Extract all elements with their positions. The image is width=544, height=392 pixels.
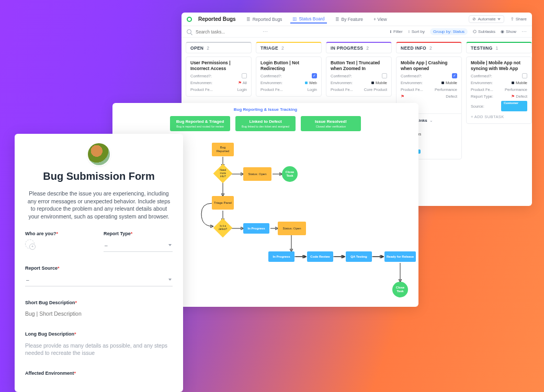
board-icon: ▥ — [292, 16, 297, 21]
form-description: Please describe the issue you are experi… — [27, 190, 171, 221]
kanban-card[interactable]: Mobile | Mobile App not syncing with Web… — [466, 56, 532, 124]
add-view-button[interactable]: + View — [371, 16, 389, 23]
search-input[interactable] — [196, 29, 258, 34]
sort-button[interactable]: ↕Sort by — [408, 29, 425, 34]
view-tab-by-feature[interactable]: ≣By Feature — [333, 16, 366, 23]
kanban-card[interactable]: User Permissions | Incorrect Access Conf… — [186, 56, 252, 97]
filter-button[interactable]: ⫾Filter — [390, 29, 403, 34]
show-button[interactable]: ◉Show — [501, 29, 516, 34]
card-title: Mobile App | Crashing when opened — [401, 60, 457, 71]
board-toolbar: Reported Bugs ≣Reported Bugs ▥Status Boa… — [182, 13, 532, 26]
long-description-input[interactable]: Please provide as many details as possib… — [25, 340, 173, 357]
search-icon — [187, 29, 191, 34]
label-report-type: Report Type* — [104, 231, 173, 236]
view-tab-reported-bugs[interactable]: ≣Reported Bugs — [244, 16, 285, 23]
chevron-down-icon — [497, 18, 501, 20]
node-decision-defect[interactable]: Is it a defect? — [213, 218, 233, 238]
card-title: User Permissions | Incorrect Access — [190, 60, 247, 71]
card-title: Mobile | Mobile App not syncing with Web… — [471, 60, 527, 71]
form-title: Bug Submission Form — [25, 170, 173, 182]
flag-icon: ⚑ — [401, 94, 404, 99]
label-report-source: Report Source* — [25, 266, 173, 271]
node-status-open-1[interactable]: Status: Open — [243, 167, 271, 181]
column-header[interactable]: NEED INFO2 — [396, 42, 462, 53]
view-tab-status-board[interactable]: ▥Status Board — [290, 15, 326, 24]
diagram-header-1: Bug Reported & TriagedBug is reported an… — [170, 116, 230, 131]
label-affected-env: Affected Environment* — [25, 371, 173, 376]
diagram-header-3: Issue Resolved!Closed after verification — [301, 116, 361, 131]
label-short-desc: Short Bug Description* — [25, 300, 173, 305]
board-title: Reported Bugs — [198, 16, 236, 22]
node-triage-panel[interactable]: Triage Panel — [212, 196, 234, 210]
node-decision-need-more[interactable]: Need more info? — [213, 164, 233, 183]
confirmed-checkbox[interactable] — [382, 73, 387, 78]
label-long-desc: Long Bug Description* — [25, 331, 173, 337]
diagram-header-2: Linked to DefectBug linked to dev ticket… — [235, 116, 296, 131]
sort-icon: ↕ — [408, 29, 410, 34]
node-pipeline-3[interactable]: Ready for Release — [384, 251, 416, 262]
subtasks-icon: ⌬ — [473, 29, 477, 34]
report-type-select[interactable]: – — [104, 239, 173, 252]
status-ring-icon — [187, 17, 192, 22]
filter-icon: ⫾ — [390, 29, 392, 34]
list-icon: ≣ — [246, 17, 251, 21]
automate-button[interactable]: ⊘Automate — [469, 15, 504, 23]
bolt-icon: ⊘ — [472, 17, 476, 21]
label-who-are-you: Who are you?* — [25, 231, 94, 236]
form-avatar — [88, 143, 110, 165]
kanban-card[interactable]: Button Text | Truncated when Zoomed In C… — [326, 56, 392, 97]
node-bug-reported[interactable]: Bug Reported — [212, 143, 234, 156]
kanban-card[interactable]: Login Button | Not Redirecting Confirmed… — [256, 56, 322, 97]
flag-icon: ⚑ — [511, 94, 515, 99]
diagram-title: Bug Reporting & Issue Tracking — [118, 107, 413, 112]
bug-submission-form-panel: Bug Submission Form Please describe the … — [15, 134, 183, 392]
node-in-progress[interactable]: In Progress — [243, 223, 269, 234]
confirmed-checkbox[interactable] — [242, 73, 247, 78]
node-pipeline-0[interactable]: In Progress — [268, 251, 294, 262]
short-description-input[interactable] — [25, 308, 173, 317]
column-header[interactable]: IN PROGRESS2 — [326, 42, 392, 53]
column-header[interactable]: TESTIING1 — [466, 42, 532, 53]
confirmed-checkbox[interactable]: ✓ — [312, 73, 317, 78]
confirmed-checkbox[interactable]: ✓ — [452, 73, 457, 78]
group-by-pill[interactable]: Group by: Status — [430, 28, 468, 35]
node-close-task-2[interactable]: Close Task — [392, 282, 408, 297]
flag-icon: ⚑ — [238, 80, 242, 85]
assignee-add-button[interactable] — [25, 239, 35, 249]
column-header[interactable]: TRIAGE2 — [256, 42, 322, 53]
add-subtask-button[interactable]: + ADD SUBTASK — [471, 114, 527, 119]
more-icon[interactable]: ⋯ — [263, 29, 268, 34]
share-icon: ⇪ — [511, 17, 514, 21]
card-title: Button Text | Truncated when Zoomed In — [331, 60, 387, 71]
tag-source: Customer — [501, 101, 527, 111]
report-source-select[interactable]: – — [25, 274, 173, 286]
card-title: Login Button | Not Redirecting — [260, 60, 317, 71]
diagram-headers: Bug Reported & TriagedBug is reported an… — [170, 116, 361, 131]
more-icon[interactable]: ⋯ — [522, 29, 527, 34]
node-pipeline-2[interactable]: QA Testing — [346, 251, 372, 262]
node-close-task-1[interactable]: Close Task — [282, 166, 298, 182]
chevron-down-icon — [168, 244, 172, 246]
confirmed-checkbox[interactable] — [522, 73, 527, 78]
column-header[interactable]: OPEN2 — [186, 42, 252, 53]
board-search-row: ⋯ ⫾Filter ↕Sort by Group by: Status ⌬Sub… — [182, 26, 532, 38]
node-pipeline-1[interactable]: Code Review — [307, 251, 333, 262]
eye-icon: ◉ — [501, 29, 504, 34]
list-icon: ≣ — [335, 17, 340, 21]
subtasks-button[interactable]: ⌬Subtasks — [473, 29, 495, 34]
share-button[interactable]: ⇪Share — [511, 17, 527, 21]
node-status-open-2[interactable]: Status: Open — [278, 222, 306, 235]
chevron-down-icon — [168, 279, 172, 281]
